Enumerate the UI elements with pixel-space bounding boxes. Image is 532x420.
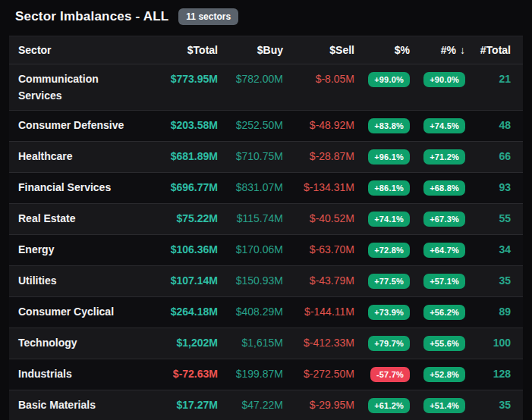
dollar-pct-cell: +73.9%: [354, 297, 410, 328]
num-pct-badge: +68.8%: [423, 180, 465, 196]
column-header-num-total[interactable]: #Total: [465, 36, 523, 64]
column-header-dollar-total[interactable]: $Total: [134, 36, 218, 64]
column-header-dollar-pct[interactable]: $%: [354, 36, 410, 64]
dollar-pct-badge: +77.5%: [368, 274, 410, 289]
dollar-total-value: $1,202M: [134, 328, 218, 359]
num-pct-badge: +67.3%: [423, 212, 465, 227]
dollar-pct-cell: +61.2%: [354, 390, 410, 420]
num-pct-badge: +90.0%: [423, 72, 465, 87]
dollar-buy-value: $782.00M: [218, 64, 283, 111]
sector-name: Basic Materials: [9, 390, 134, 420]
column-header-dollar-sell[interactable]: $Sell: [283, 36, 354, 64]
dollar-sell-value: $-40.52M: [283, 204, 354, 235]
table-row[interactable]: Communication Services $773.95M $782.00M…: [9, 64, 523, 111]
dollar-pct-badge: +86.1%: [368, 180, 410, 196]
sector-name: Consumer Defensive: [9, 111, 134, 142]
column-header-dollar-buy[interactable]: $Buy: [218, 36, 283, 64]
table-row[interactable]: Energy $106.36M $170.06M $-63.70M +72.8%…: [9, 235, 523, 266]
dollar-sell-value: $-29.95M: [283, 390, 354, 420]
sector-name: Consumer Cyclical: [9, 297, 134, 328]
dollar-buy-value: $831.07M: [218, 173, 283, 204]
num-pct-cell: +57.1%: [410, 266, 465, 297]
table-row[interactable]: Financial Services $696.77M $831.07M $-1…: [9, 173, 523, 204]
dollar-buy-value: $170.06M: [218, 235, 283, 266]
table-row[interactable]: Basic Materials $17.27M $47.22M $-29.95M…: [9, 390, 523, 420]
table-row[interactable]: Industrials $-72.63M $199.87M $-272.50M …: [9, 359, 523, 390]
dollar-pct-badge: +99.0%: [368, 72, 410, 87]
table-row[interactable]: Real Estate $75.22M $115.74M $-40.52M +7…: [9, 204, 523, 235]
num-total-value: 93: [465, 173, 523, 204]
dollar-total-value: $681.89M: [134, 142, 218, 173]
table-row[interactable]: Technology $1,202M $1,615M $-412.33M +79…: [9, 328, 523, 359]
num-pct-cell: +55.6%: [410, 328, 465, 359]
dollar-total-value: $107.14M: [134, 266, 218, 297]
dollar-pct-cell: -57.7%: [354, 359, 410, 390]
num-pct-cell: +51.4%: [410, 390, 465, 420]
dollar-pct-cell: +74.1%: [354, 204, 410, 235]
dollar-pct-badge: +73.9%: [368, 305, 410, 320]
dollar-total-value: $264.18M: [134, 297, 218, 328]
sector-name: Financial Services: [9, 173, 134, 204]
sector-name: Technology: [9, 328, 134, 359]
num-total-value: 100: [465, 328, 523, 359]
dollar-sell-value: $-144.11M: [283, 297, 354, 328]
dollar-total-value: $773.95M: [134, 64, 218, 111]
num-total-value: 66: [465, 142, 523, 173]
sort-desc-icon: ↓: [456, 44, 465, 56]
dollar-total-value: $17.27M: [134, 390, 218, 420]
num-total-value: 21: [465, 64, 523, 111]
num-pct-cell: +74.5%: [410, 111, 465, 142]
sector-name: Industrials: [9, 359, 134, 390]
num-pct-badge: +74.5%: [423, 118, 465, 133]
column-header-num-pct[interactable]: #%↓: [410, 36, 465, 64]
num-pct-cell: +71.2%: [410, 142, 465, 173]
num-pct-badge: +52.8%: [423, 367, 465, 382]
dollar-pct-badge: +79.7%: [368, 336, 410, 351]
dollar-pct-badge: -57.7%: [370, 367, 410, 382]
dollar-total-value: $-72.63M: [134, 359, 218, 390]
dollar-sell-value: $-8.05M: [283, 64, 354, 111]
dollar-sell-value: $-43.79M: [283, 266, 354, 297]
num-total-value: 55: [465, 204, 523, 235]
table-row[interactable]: Consumer Cyclical $264.18M $408.29M $-14…: [9, 297, 523, 328]
dollar-pct-badge: +61.2%: [368, 398, 410, 413]
dollar-pct-badge: +96.1%: [368, 149, 410, 165]
dollar-buy-value: $710.75M: [218, 142, 283, 173]
num-pct-cell: +56.2%: [410, 297, 465, 328]
num-total-value: 128: [465, 359, 523, 390]
dollar-buy-value: $199.87M: [218, 359, 283, 390]
num-pct-cell: +90.0%: [410, 64, 465, 111]
dollar-pct-cell: +96.1%: [354, 142, 410, 173]
table-row[interactable]: Healthcare $681.89M $710.75M $-28.87M +9…: [9, 142, 523, 173]
num-pct-badge: +56.2%: [423, 305, 465, 320]
column-header-sector[interactable]: Sector: [9, 36, 134, 64]
dollar-sell-value: $-28.87M: [283, 142, 354, 173]
dollar-pct-cell: +99.0%: [354, 64, 410, 111]
num-total-value: 89: [465, 297, 523, 328]
dollar-sell-value: $-134.31M: [283, 173, 354, 204]
dollar-pct-cell: +83.8%: [354, 111, 410, 142]
num-pct-badge: +51.4%: [423, 398, 465, 413]
num-pct-badge: +64.7%: [423, 243, 465, 258]
dollar-pct-badge: +72.8%: [368, 243, 410, 258]
dollar-total-value: $203.58M: [134, 111, 218, 142]
num-pct-badge: +55.6%: [423, 336, 465, 351]
dollar-sell-value: $-412.33M: [283, 328, 354, 359]
dollar-sell-value: $-272.50M: [283, 359, 354, 390]
page-header: Sector Imbalances - ALL 11 sectors: [0, 0, 532, 32]
num-pct-cell: +68.8%: [410, 173, 465, 204]
sector-name: Utilities: [9, 266, 134, 297]
dollar-pct-cell: +79.7%: [354, 328, 410, 359]
num-total-value: 35: [465, 266, 523, 297]
dollar-pct-cell: +72.8%: [354, 235, 410, 266]
dollar-buy-value: $47.22M: [218, 390, 283, 420]
dollar-buy-value: $1,615M: [218, 328, 283, 359]
sector-name: Communication Services: [9, 64, 134, 111]
table-row[interactable]: Consumer Defensive $203.58M $252.50M $-4…: [9, 111, 523, 142]
num-pct-cell: +64.7%: [410, 235, 465, 266]
table-body: Communication Services $773.95M $782.00M…: [9, 64, 523, 420]
table-row[interactable]: Utilities $107.14M $150.93M $-43.79M +77…: [9, 266, 523, 297]
column-header-num-pct-label: #%: [441, 44, 456, 56]
dollar-sell-value: $-48.92M: [283, 111, 354, 142]
dollar-pct-badge: +83.8%: [368, 118, 410, 133]
